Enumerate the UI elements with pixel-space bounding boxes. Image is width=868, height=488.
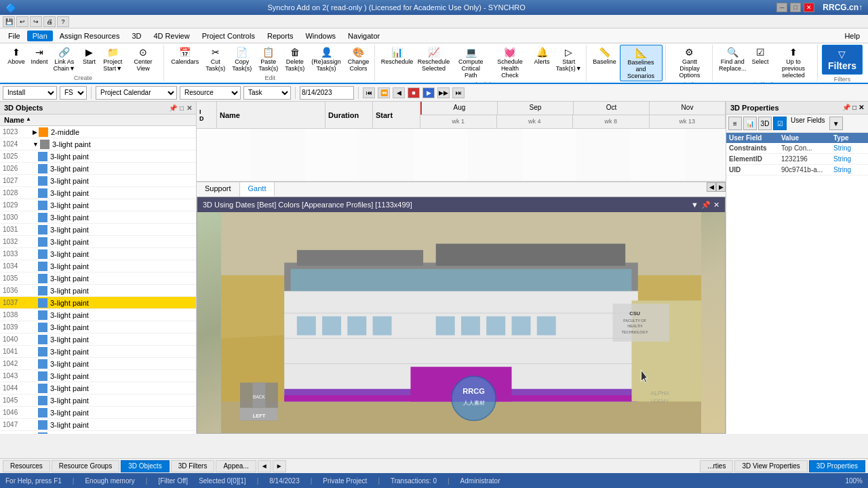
ribbon-reschedule-button[interactable]: 📊 Reschedule xyxy=(379,45,414,66)
list-item[interactable]: 1042 3-light paint xyxy=(0,358,196,370)
list-item[interactable]: 1028 3-light paint xyxy=(0,187,196,199)
ribbon-indent-button[interactable]: ⇥ Indent xyxy=(28,45,50,66)
ribbon-baseline-button[interactable]: 📏 Baseline xyxy=(591,45,618,66)
toolbar-play-prev[interactable]: ⏪ xyxy=(378,87,390,98)
ribbon-start-button[interactable]: ▶ Start xyxy=(78,45,100,66)
menu-navigator[interactable]: Navigator xyxy=(342,30,385,41)
ribbon-compute-button[interactable]: 💻 ComputeCritical Path xyxy=(453,45,489,80)
ribbon-reassign-button[interactable]: 👤 (Re)assignTask(s) xyxy=(309,45,344,73)
ribbon-project-button[interactable]: 📁 ProjectStart▼ xyxy=(101,45,123,73)
gantt-scroll-right[interactable]: ▶ xyxy=(716,182,726,192)
menu-windows[interactable]: Windows xyxy=(300,30,341,41)
menu-reports[interactable]: Reports xyxy=(262,30,299,41)
list-item[interactable]: 1029 3-light paint xyxy=(0,199,196,211)
list-item[interactable]: 1026 3-light paint xyxy=(0,163,196,175)
prop-chart-btn[interactable]: 📊 xyxy=(743,117,757,130)
view-3d-content[interactable]: CSU FACULTY OF HEALTH TECHNOLOGY LEFT BA… xyxy=(197,212,725,433)
ribbon-changecolors-button[interactable]: 🎨 ChangeColors xyxy=(345,45,372,73)
list-item[interactable]: 1040 3-light paint xyxy=(0,333,196,346)
ribbon-reschedule-critical-button[interactable]: 📈 RescheduleSelected xyxy=(416,45,452,73)
gantt-duration-header[interactable]: Duration xyxy=(326,102,373,128)
menu-plan[interactable]: Plan xyxy=(27,30,53,41)
view-3d-close-icon[interactable]: ✕ xyxy=(713,201,719,209)
ribbon-start-tasks-button[interactable]: ▷ StartTask(s)▼ xyxy=(554,45,583,73)
list-item[interactable]: 1024 ▼ 3-light paint xyxy=(0,138,196,150)
tab-appearance[interactable]: Appea... xyxy=(216,460,256,472)
tab-3d-objects[interactable]: 3D Objects xyxy=(121,460,169,472)
list-item[interactable]: 1046 3-light paint xyxy=(0,407,196,419)
ribbon-previous-button[interactable]: ⬆ Up to previousselected xyxy=(772,45,814,80)
list-item[interactable]: 1041 3-light paint xyxy=(0,346,196,358)
menu-3d[interactable]: 3D xyxy=(126,30,146,41)
menu-project-controls[interactable]: Project Controls xyxy=(197,30,260,41)
prop-sort-btn[interactable]: ▼ xyxy=(829,117,843,130)
minimize-button[interactable]: ─ xyxy=(776,3,787,12)
toolbar-play-end[interactable]: ⏭ xyxy=(452,87,465,98)
menu-help[interactable]: Help xyxy=(839,30,865,41)
phase-dropdown[interactable]: Install xyxy=(3,86,57,100)
prop-3d-btn[interactable]: 3D xyxy=(758,117,772,130)
tab-resource-groups[interactable]: Resource Groups xyxy=(52,460,119,472)
expand-icon[interactable]: ▶ xyxy=(33,129,37,136)
ribbon-link-chain-button[interactable]: 🔗 Link AsChain▼ xyxy=(52,45,77,73)
left-panel-expand[interactable]: □ xyxy=(180,104,184,112)
date-input[interactable] xyxy=(300,86,354,100)
toolbar-play-begin[interactable]: ⏮ xyxy=(363,87,375,98)
ribbon-paste-button[interactable]: 📋 PasteTask(s) xyxy=(256,45,281,73)
toolbar-play[interactable]: ▶ xyxy=(422,87,435,98)
right-panel-expand[interactable]: □ xyxy=(852,104,856,112)
tab-3d-props[interactable]: 3D Properties xyxy=(809,460,865,472)
list-item[interactable]: 1031 3-light paint xyxy=(0,224,196,236)
list-item[interactable]: 1023 ▶ 2-middle xyxy=(0,126,196,138)
ribbon-find-button[interactable]: 🔍 Find andReplace... xyxy=(717,45,748,73)
left-panel-close[interactable]: ✕ xyxy=(186,104,192,112)
ribbon-health-button[interactable]: 💓 ScheduleHealth Check xyxy=(490,45,530,80)
menu-assign-resources[interactable]: Assign Resources xyxy=(54,30,125,41)
left-panel-pin[interactable]: 📌 xyxy=(169,104,177,112)
list-item[interactable]: 1039 3-light paint xyxy=(0,321,196,333)
ribbon-copy-button[interactable]: 📄 CopyTask(s) xyxy=(229,45,254,73)
ribbon-filters-button[interactable]: ▽ Filters xyxy=(822,45,863,75)
calendar-dropdown[interactable]: Project Calendar xyxy=(96,86,177,100)
ribbon-delete-button[interactable]: 🗑 DeleteTask(s) xyxy=(282,45,307,73)
ribbon-alerts-button[interactable]: 🔔 Alerts xyxy=(531,45,553,66)
toolbar-play-back[interactable]: ◀ xyxy=(393,87,405,98)
view-3d-pin-icon[interactable]: 📌 xyxy=(701,201,711,209)
list-item[interactable]: 1043 3-light paint xyxy=(0,370,196,382)
menu-4d-review[interactable]: 4D Review xyxy=(148,30,195,41)
list-item[interactable]: 1036 3-light paint xyxy=(0,285,196,297)
list-item[interactable]: 1035 3-light paint xyxy=(0,272,196,285)
resource-dropdown[interactable]: Resource xyxy=(180,86,241,100)
list-item[interactable]: 1034 3-light paint xyxy=(0,260,196,272)
gantt-name-header[interactable]: Name xyxy=(217,102,326,128)
tab-gantt[interactable]: Gantt xyxy=(240,182,275,197)
list-item[interactable]: 1025 3-light paint xyxy=(0,150,196,163)
prop-table-btn[interactable]: ≡ xyxy=(728,117,742,130)
toolbar-play-next[interactable]: ▶▶ xyxy=(437,87,450,98)
redo-button[interactable]: ↪ xyxy=(30,16,42,27)
list-item[interactable]: 1044 3-light paint xyxy=(0,382,196,394)
ribbon-above-button[interactable]: ⬆ Above xyxy=(5,45,27,66)
print-button[interactable]: 🖨 xyxy=(43,16,56,27)
tab-3d-view-props[interactable]: 3D View Properties xyxy=(734,460,807,472)
gantt-start-header[interactable]: Start xyxy=(373,102,420,128)
tab-support[interactable]: Support xyxy=(197,182,240,197)
tab-resources[interactable]: Resources xyxy=(3,460,50,472)
tab-3d-rprops[interactable]: ...rties xyxy=(700,460,733,472)
ribbon-calendars-button[interactable]: 📅 Calendars xyxy=(168,45,201,66)
help-btn[interactable]: ? xyxy=(57,16,69,27)
view-3d-menu-icon[interactable]: ▼ xyxy=(691,201,698,209)
ribbon-baselines-scenarios-button[interactable]: 📐 Baselines andScenarios xyxy=(620,45,663,81)
close-button[interactable]: ✕ xyxy=(804,3,814,12)
list-item[interactable]: 1038 3-light paint xyxy=(0,309,196,321)
ribbon-gantt-options-button[interactable]: ⚙ Gantt DisplayOptions xyxy=(670,45,710,80)
list-item[interactable]: 1048 3-light paint xyxy=(0,431,196,434)
list-item[interactable]: 1032 3-light paint xyxy=(0,236,196,248)
prop-fields-btn[interactable]: ☑ xyxy=(773,117,787,130)
undo-button[interactable]: ↩ xyxy=(16,16,28,27)
save-button[interactable]: 💾 xyxy=(3,16,15,27)
maximize-button[interactable]: □ xyxy=(790,3,801,12)
expand-icon[interactable]: ▼ xyxy=(33,141,39,148)
list-item[interactable]: 1047 3-light paint xyxy=(0,419,196,431)
list-item[interactable]: 1037 3-light paint xyxy=(0,297,196,309)
